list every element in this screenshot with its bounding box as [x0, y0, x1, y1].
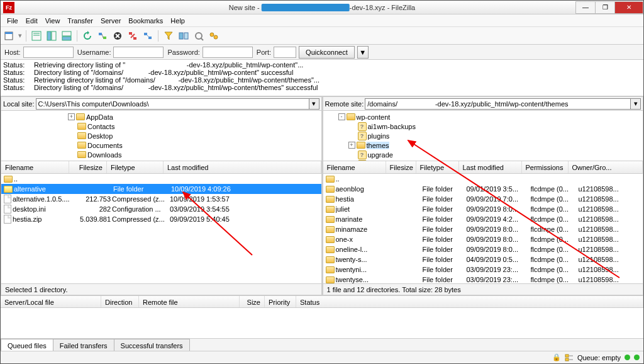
svg-rect-8 — [62, 37, 71, 40]
password-input[interactable] — [203, 47, 253, 58]
username-input[interactable] — [113, 47, 164, 58]
activity-led-1 — [625, 355, 630, 360]
remote-path-dropdown[interactable]: ▾ — [631, 98, 641, 110]
list-item[interactable]: .. — [323, 174, 643, 184]
list-item[interactable]: twenty-s...File folder04/09/2019 0:5...f… — [323, 254, 643, 264]
cancel-icon[interactable] — [111, 30, 124, 42]
list-item[interactable]: .. — [1, 174, 321, 184]
svg-rect-27 — [565, 355, 569, 357]
tree-item[interactable]: ?upgrade — [326, 150, 643, 159]
remote-path-input[interactable]: /domains/-dev-18.xyz/public_html/wp-cont… — [365, 98, 631, 110]
local-status: Selected 1 directory. — [1, 283, 321, 295]
search-icon[interactable] — [208, 30, 220, 42]
local-site-label: Local site: — [3, 100, 35, 108]
list-item[interactable]: hestia.zip5.039.881Compressed (z...09/09… — [1, 214, 321, 224]
password-label: Password: — [167, 48, 199, 56]
menu-view[interactable]: View — [42, 17, 64, 25]
svg-rect-7 — [62, 31, 71, 36]
tree-item[interactable]: +themes — [326, 140, 643, 150]
menu-server[interactable]: Server — [97, 17, 125, 25]
list-item[interactable]: minamazeFile folder09/09/2019 8:0...flcd… — [323, 224, 643, 234]
list-item[interactable]: desktop.ini282Configuration ...03/09/201… — [1, 204, 321, 214]
toggle-log-icon[interactable] — [30, 30, 43, 42]
disconnect-icon[interactable] — [126, 30, 139, 42]
host-input[interactable] — [23, 47, 74, 58]
process-queue-icon[interactable] — [96, 30, 109, 42]
queue-tab[interactable]: Successful transfers — [114, 339, 190, 351]
maximize-button[interactable]: ❐ — [595, 1, 615, 14]
tree-item[interactable]: +AppData — [4, 112, 321, 122]
tree-item[interactable]: ?plugins — [326, 131, 643, 140]
refresh-icon[interactable] — [81, 30, 94, 42]
tree-item[interactable]: Documents — [4, 140, 321, 150]
tree-item[interactable]: Contacts — [4, 122, 321, 131]
window-title: New site - -dev-18.xyz - FileZilla — [229, 3, 416, 12]
menu-file[interactable]: File — [3, 17, 22, 25]
queue-list[interactable] — [1, 308, 643, 338]
remote-status: 1 file and 12 directories. Total size: 2… — [323, 283, 643, 295]
menu-bookmarks[interactable]: Bookmarks — [125, 17, 167, 25]
tree-item[interactable]: Desktop — [4, 131, 321, 140]
site-manager-icon[interactable] — [3, 30, 16, 42]
list-item[interactable]: julietFile folder09/09/2019 8:0...flcdmp… — [323, 204, 643, 214]
port-input[interactable] — [274, 47, 296, 58]
main-window: Fz New site - -dev-18.xyz - FileZilla — … — [0, 0, 644, 364]
svg-line-24 — [201, 38, 203, 40]
svg-rect-22 — [184, 33, 188, 39]
remote-list-header[interactable]: Filename Filesize Filetype Last modified… — [323, 161, 643, 174]
queue-header[interactable]: Server/Local file Direction Remote file … — [1, 295, 643, 308]
minimize-button[interactable]: — — [575, 1, 596, 14]
remote-file-list[interactable]: ..aeonblogFile folder09/01/2019 3:5...fl… — [323, 174, 643, 283]
tree-item[interactable]: ?ai1wm-backups — [326, 122, 643, 131]
quickconnect-button[interactable]: Quickconnect — [299, 46, 355, 59]
menu-help[interactable]: Help — [167, 17, 189, 25]
reconnect-icon[interactable] — [142, 30, 154, 42]
list-item[interactable]: alternativeFile folder10/09/2019 4:09:26 — [1, 184, 321, 194]
svg-rect-2 — [32, 31, 41, 40]
queue-icon — [565, 354, 574, 361]
list-item[interactable]: twentyse...File folder03/09/2019 23:...f… — [323, 275, 643, 283]
tree-item[interactable]: -wp-content — [326, 112, 643, 122]
queue-tabs: Queued filesFailed transfersSuccessful t… — [1, 338, 643, 351]
port-label: Port: — [257, 48, 271, 56]
host-label: Host: — [4, 48, 21, 56]
svg-rect-14 — [129, 32, 132, 35]
toolbar: ▾ — [1, 27, 643, 45]
svg-line-20 — [147, 35, 149, 37]
list-item[interactable]: one-xFile folder09/09/2019 8:0...flcdmpe… — [323, 234, 643, 244]
sync-browse-icon[interactable] — [192, 30, 205, 42]
local-tree[interactable]: +AppDataContactsDesktopDocumentsDownload… — [1, 111, 321, 161]
quickconnect-history-dropdown[interactable]: ▼ — [357, 46, 369, 59]
queue-tab[interactable]: Queued files — [1, 339, 53, 351]
message-log[interactable]: Status: Retrieving directory listing of … — [1, 60, 643, 96]
local-file-list[interactable]: ..alternativeFile folder10/09/2019 4:09:… — [1, 174, 321, 283]
filter-icon[interactable] — [162, 30, 175, 42]
local-path-input[interactable]: C:\Users\This computer\Downloads\ — [36, 98, 309, 110]
svg-rect-10 — [103, 37, 106, 39]
list-item[interactable]: twentyni...File folder03/09/2019 23:...f… — [323, 264, 643, 275]
close-button[interactable]: ✕ — [614, 1, 643, 14]
svg-rect-15 — [133, 37, 136, 40]
list-item[interactable]: marinateFile folder09/09/2019 4:2...flcd… — [323, 214, 643, 224]
lock-icon[interactable]: 🔒 — [552, 353, 561, 361]
queue-tab[interactable]: Failed transfers — [53, 339, 114, 351]
compare-icon[interactable] — [177, 30, 190, 42]
tree-item[interactable]: Downloads — [4, 150, 321, 159]
remote-tree[interactable]: -wp-content?ai1wm-backups?plugins+themes… — [323, 111, 643, 161]
username-label: Username: — [77, 48, 111, 56]
list-item[interactable]: alternative.1.0.5....212.753Compressed (… — [1, 194, 321, 204]
list-item[interactable]: hestiaFile folder09/09/2019 7:0...flcdmp… — [323, 194, 643, 204]
local-list-header[interactable]: Filename Filesize Filetype Last modified — [1, 161, 321, 174]
file-panes: Local site: C:\Users\This computer\Downl… — [1, 96, 643, 295]
menu-edit[interactable]: Edit — [22, 17, 42, 25]
list-item[interactable]: aeonblogFile folder09/01/2019 3:5...flcd… — [323, 184, 643, 194]
toggle-queue-icon[interactable] — [60, 30, 73, 42]
quickconnect-bar: Host: Username: Password: Port: Quickcon… — [1, 45, 643, 60]
svg-rect-6 — [52, 31, 56, 40]
title-bar[interactable]: Fz New site - -dev-18.xyz - FileZilla — … — [1, 1, 643, 14]
svg-rect-5 — [47, 31, 51, 40]
toggle-tree-icon[interactable] — [45, 30, 58, 42]
list-item[interactable]: oneline-l...File folder09/09/2019 8:0...… — [323, 244, 643, 254]
menu-transfer[interactable]: Transfer — [64, 17, 97, 25]
local-path-dropdown[interactable]: ▾ — [309, 98, 319, 110]
